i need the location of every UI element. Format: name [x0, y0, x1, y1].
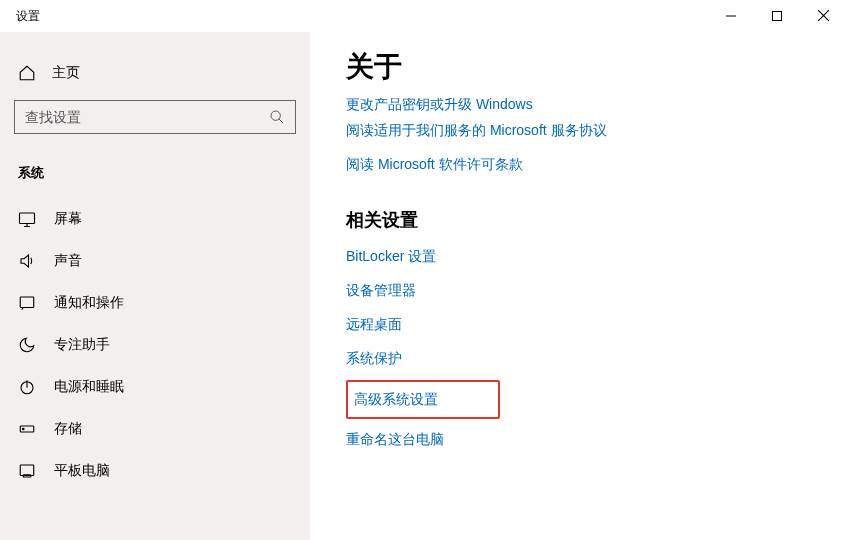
- link-product-key[interactable]: 更改产品密钥或升级 Windows: [346, 98, 846, 114]
- nav-item-sound[interactable]: 声音: [0, 240, 310, 282]
- search-input[interactable]: [25, 109, 269, 125]
- nav-item-display[interactable]: 屏幕: [0, 198, 310, 240]
- tablet-icon: [18, 462, 36, 480]
- svg-point-1: [271, 111, 280, 120]
- nav-label: 电源和睡眠: [54, 378, 124, 396]
- nav-label: 存储: [54, 420, 82, 438]
- svg-rect-3: [20, 297, 34, 308]
- window-title: 设置: [0, 0, 708, 25]
- nav-item-tablet[interactable]: 平板电脑: [0, 450, 310, 492]
- notification-icon: [18, 294, 36, 312]
- link-bitlocker[interactable]: BitLocker 设置: [346, 240, 436, 274]
- nav-item-focus[interactable]: 专注助手: [0, 324, 310, 366]
- link-advanced-system-settings[interactable]: 高级系统设置: [354, 391, 438, 407]
- home-icon: [18, 64, 36, 82]
- close-icon: [818, 9, 829, 24]
- link-remote-desktop[interactable]: 远程桌面: [346, 308, 402, 342]
- home-nav[interactable]: 主页: [0, 32, 310, 100]
- svg-rect-0: [773, 11, 782, 20]
- maximize-icon: [772, 9, 782, 24]
- minimize-button[interactable]: [708, 0, 754, 32]
- link-ms-services[interactable]: 阅读适用于我们服务的 Microsoft 服务协议: [346, 114, 607, 148]
- display-icon: [18, 210, 36, 228]
- nav-label: 声音: [54, 252, 82, 270]
- nav-label: 平板电脑: [54, 462, 110, 480]
- minimize-icon: [726, 9, 736, 24]
- svg-point-6: [23, 428, 25, 430]
- nav-label: 专注助手: [54, 336, 110, 354]
- close-button[interactable]: [800, 0, 846, 32]
- related-settings-title: 相关设置: [346, 208, 846, 232]
- nav-label: 屏幕: [54, 210, 82, 228]
- maximize-button[interactable]: [754, 0, 800, 32]
- sound-icon: [18, 252, 36, 270]
- highlight-box: 高级系统设置: [346, 380, 500, 419]
- search-icon: [269, 109, 285, 125]
- nav-item-storage[interactable]: 存储: [0, 408, 310, 450]
- svg-rect-2: [20, 213, 35, 224]
- search-box[interactable]: [14, 100, 296, 134]
- link-ms-license[interactable]: 阅读 Microsoft 软件许可条款: [346, 148, 523, 182]
- svg-rect-7: [20, 465, 34, 476]
- link-device-manager[interactable]: 设备管理器: [346, 274, 416, 308]
- nav-label: 通知和操作: [54, 294, 124, 312]
- category-label: 系统: [0, 152, 310, 198]
- nav-item-power[interactable]: 电源和睡眠: [0, 366, 310, 408]
- storage-icon: [18, 420, 36, 438]
- nav-item-notifications[interactable]: 通知和操作: [0, 282, 310, 324]
- power-icon: [18, 378, 36, 396]
- home-label: 主页: [52, 64, 80, 82]
- link-system-protection[interactable]: 系统保护: [346, 342, 402, 376]
- page-title: 关于: [346, 48, 846, 86]
- link-rename-pc[interactable]: 重命名这台电脑: [346, 423, 444, 457]
- moon-icon: [18, 336, 36, 354]
